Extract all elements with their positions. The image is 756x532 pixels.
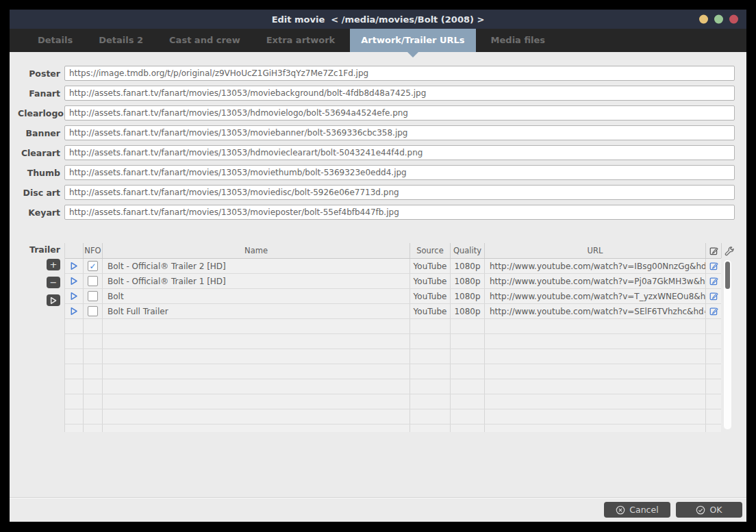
clearart-input[interactable] <box>64 145 735 160</box>
nfo-checkbox[interactable] <box>88 291 98 301</box>
form-row: Disc art <box>18 185 735 200</box>
play-trailer-icon[interactable] <box>70 277 78 286</box>
trailer-url: http://www.youtube.com/watch?v=IBsg00Nnz… <box>485 259 706 273</box>
empty-trailer-row[interactable] <box>65 364 721 379</box>
nfo-checkbox[interactable] <box>88 276 98 286</box>
trailer-source: YouTube <box>410 259 451 273</box>
form-row: Keyart <box>18 205 735 220</box>
discart-label: Disc art <box>18 188 60 198</box>
empty-trailer-row[interactable] <box>65 394 721 409</box>
trailer-name: Bolt - Official® Trailer 2 [HD] <box>103 259 410 273</box>
scrollbar-thumb[interactable] <box>725 262 730 289</box>
remove-trailer-button[interactable]: − <box>47 277 60 288</box>
trailer-list-actions: + − <box>47 259 60 312</box>
poster-input[interactable] <box>64 66 735 81</box>
trailer-url: http://www.youtube.com/watch?v=SElF6TVhz… <box>485 304 706 318</box>
cancel-label: Cancel <box>629 505 658 515</box>
trailer-url: http://www.youtube.com/watch?v=T_yzxWNEO… <box>485 289 706 303</box>
play-trailer-icon[interactable] <box>70 307 78 316</box>
trailer-source: YouTube <box>410 274 451 288</box>
form-row: Poster <box>18 66 735 81</box>
play-trailer-button[interactable] <box>47 294 60 306</box>
tab-media-files[interactable]: Media files <box>480 29 556 52</box>
play-trailer-icon[interactable] <box>70 292 78 301</box>
add-trailer-button[interactable]: + <box>47 259 60 270</box>
play-trailer-icon[interactable] <box>70 262 78 270</box>
empty-trailer-row[interactable] <box>65 425 721 432</box>
fanart-label: Fanart <box>18 88 60 99</box>
header-edit-column <box>706 243 722 258</box>
trailer-row[interactable]: Bolt Full Trailer YouTube 1080p http://w… <box>65 304 721 319</box>
form-row: Banner <box>18 125 735 140</box>
tab-content: Poster Fanart Clearlogo Banner Clearart … <box>10 52 746 497</box>
window-controls <box>699 15 738 24</box>
artwork-url-form: Poster Fanart Clearlogo Banner Clearart … <box>18 66 735 225</box>
edit-movie-dialog: Edit movie < /media/movies/Bolt (2008) >… <box>10 10 746 522</box>
trailer-name: Bolt <box>103 289 410 303</box>
banner-input[interactable] <box>64 125 735 140</box>
title-bar: Edit movie < /media/movies/Bolt (2008) > <box>10 10 746 29</box>
tab-cast-and-crew[interactable]: Cast and crew <box>158 29 251 52</box>
keyart-label: Keyart <box>18 207 60 218</box>
thumb-input[interactable] <box>64 165 735 180</box>
edit-url-icon[interactable] <box>709 261 719 271</box>
tab-artwork-trailer-urls[interactable]: Artwork/Trailer URLs <box>350 29 475 52</box>
maximize-button[interactable] <box>714 15 723 24</box>
clearlogo-input[interactable] <box>64 105 735 121</box>
clearart-label: Clearart <box>18 148 60 158</box>
trailer-quality: 1080p <box>451 259 485 273</box>
table-settings-icon[interactable] <box>724 246 735 259</box>
close-button[interactable] <box>729 15 738 24</box>
window-title: Edit movie < /media/movies/Bolt (2008) > <box>272 14 485 25</box>
trailer-source: YouTube <box>410 289 451 303</box>
empty-trailer-row[interactable] <box>65 319 721 334</box>
discart-input[interactable] <box>64 185 735 200</box>
cancel-button[interactable]: Cancel <box>604 502 670 518</box>
ok-icon <box>696 505 705 515</box>
nfo-checkbox[interactable] <box>88 261 98 271</box>
tab-details[interactable]: Details <box>27 29 84 52</box>
form-row: Clearlogo <box>18 105 735 121</box>
tab-details-2[interactable]: Details 2 <box>88 29 154 52</box>
cancel-icon <box>616 505 625 515</box>
nfo-checkbox[interactable] <box>88 306 98 316</box>
edit-url-icon[interactable] <box>709 306 719 316</box>
trailer-quality: 1080p <box>451 289 485 303</box>
tab-bar: Details Details 2 Cast and crew Extra ar… <box>10 29 746 52</box>
trailer-name: Bolt Full Trailer <box>103 304 410 318</box>
minimize-button[interactable] <box>699 15 708 24</box>
edit-url-icon[interactable] <box>709 276 719 286</box>
ok-label: OK <box>709 505 722 515</box>
empty-trailer-row[interactable] <box>65 379 721 394</box>
table-scrollbar[interactable] <box>724 260 731 429</box>
tab-extra-artwork[interactable]: Extra artwork <box>255 29 346 52</box>
keyart-input[interactable] <box>64 205 735 220</box>
ok-button[interactable]: OK <box>676 502 742 518</box>
header-source: Source <box>410 243 451 258</box>
banner-label: Banner <box>18 128 60 138</box>
header-nfo: NFO <box>84 243 103 258</box>
edit-url-icon[interactable] <box>709 291 719 301</box>
trailer-table-header: NFO Name Source Quality URL <box>65 243 721 259</box>
empty-trailer-row[interactable] <box>65 349 721 364</box>
empty-trailer-row[interactable] <box>65 409 721 425</box>
dialog-footer: Cancel OK <box>10 497 746 522</box>
header-url: URL <box>485 243 706 258</box>
empty-trailer-row[interactable] <box>65 334 721 349</box>
trailer-quality: 1080p <box>451 274 485 288</box>
header-play-column <box>65 243 84 258</box>
edit-icon <box>709 246 719 256</box>
header-quality: Quality <box>451 243 485 258</box>
trailer-table-body: Bolt - Official® Trailer 2 [HD] YouTube … <box>65 259 721 432</box>
fanart-input[interactable] <box>64 86 735 101</box>
trailer-table: NFO Name Source Quality URL Bolt - Offic… <box>64 243 721 432</box>
trailer-quality: 1080p <box>451 304 485 318</box>
trailer-row[interactable]: Bolt YouTube 1080p http://www.youtube.co… <box>65 289 721 304</box>
form-row: Fanart <box>18 86 735 101</box>
trailer-row[interactable]: Bolt - Official® Trailer 1 [HD] YouTube … <box>65 274 721 289</box>
form-row: Thumb <box>18 165 735 180</box>
trailer-row[interactable]: Bolt - Official® Trailer 2 [HD] YouTube … <box>65 259 721 274</box>
form-row: Clearart <box>18 145 735 160</box>
play-icon <box>50 296 57 305</box>
trailer-source: YouTube <box>410 304 451 318</box>
